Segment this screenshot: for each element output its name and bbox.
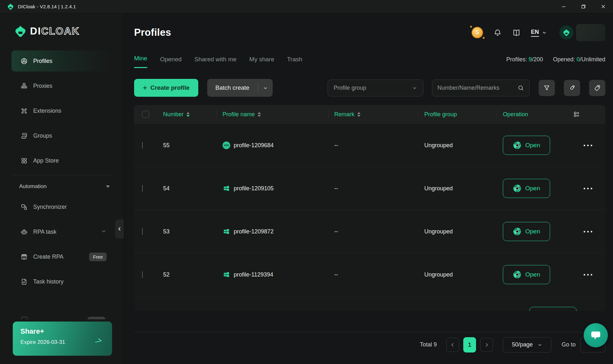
sidebar-section-automation[interactable]: Automation (19, 181, 110, 192)
open-profile-button[interactable]: Open (503, 265, 550, 284)
sort-icon[interactable] (186, 112, 190, 117)
column-header-operation: Operation (503, 105, 569, 124)
column-header-number[interactable]: Number (163, 105, 223, 124)
open-profile-button[interactable] (529, 307, 577, 311)
sidebar-item-profiles[interactable]: Profiles (11, 50, 112, 72)
row-checkbox[interactable] (142, 185, 143, 192)
arrow-icon (94, 337, 102, 345)
sidebar-item-proxies[interactable]: Proxies (11, 75, 112, 96)
batch-create-dropdown[interactable] (258, 85, 273, 91)
open-profile-button[interactable]: Open (503, 136, 550, 155)
brush-icon (568, 84, 576, 92)
brand-logo-text: DICLOAK (30, 26, 79, 37)
profile-tabs: Mine Opened Shared with me My share Tras… (134, 55, 605, 68)
windows-icon (223, 185, 230, 192)
page-title: Profiles (134, 27, 171, 38)
sidebar-item-app-store[interactable]: App Store (11, 150, 112, 171)
select-all-checkbox[interactable] (142, 111, 149, 118)
app-store-icon (20, 157, 28, 164)
batch-create-button[interactable]: Batch create (207, 79, 273, 97)
store-icon (20, 253, 28, 261)
cell-profile-name: iOS profile-1209684 (223, 141, 334, 149)
opened-quota-label: Opened: (553, 56, 575, 63)
goto-label: Go to (562, 341, 576, 348)
row-more-button[interactable] (569, 274, 597, 276)
coin-rewards-icon[interactable]: $ ✦ ✦ (472, 27, 483, 38)
current-page[interactable]: 1 (463, 337, 476, 353)
sidebar-item-synchronizer[interactable]: Synchronizer (11, 196, 112, 217)
sidebar-item-task-history[interactable]: Task history (11, 271, 112, 292)
language-code: EN (531, 29, 539, 37)
row-checkbox[interactable] (142, 271, 143, 278)
row-checkbox[interactable] (142, 228, 143, 235)
row-more-button[interactable] (569, 231, 597, 232)
synchronizer-icon (20, 203, 28, 211)
sidebar-item-create-rpa[interactable]: Create RPA Free (11, 246, 112, 267)
tab-opened[interactable]: Opened (160, 56, 182, 68)
cell-profile-group: Ungrouped (424, 185, 503, 192)
cell-remark: -- (334, 142, 424, 149)
main-content: Profiles $ ✦ ✦ (124, 13, 613, 364)
app-logo-icon (7, 3, 14, 10)
sort-icon[interactable] (357, 112, 360, 117)
open-profile-button[interactable]: Open (503, 222, 550, 241)
tab-mine[interactable]: Mine (134, 55, 147, 68)
proxy-network-icon (20, 82, 28, 90)
document-icon (20, 278, 28, 285)
titlebar: DICloak - V2.8.14 | 1.2.4.1 (0, 0, 613, 13)
maximize-button[interactable] (573, 0, 593, 13)
profile-group-select[interactable]: Profile group (328, 80, 423, 96)
page-size-select[interactable]: 50/page (503, 337, 551, 353)
cell-profile-group: Ungrouped (424, 271, 503, 278)
share-plus-card[interactable]: Share+ Expire 2026-03-31 (13, 322, 112, 356)
support-chat-button[interactable] (584, 323, 608, 347)
prev-page-button[interactable] (446, 338, 459, 352)
search-box (432, 80, 530, 96)
docs-book-icon[interactable] (512, 28, 521, 37)
sidebar-divider (11, 175, 112, 175)
row-more-button[interactable] (569, 145, 597, 146)
row-more-button[interactable] (569, 188, 597, 189)
cell-profile-group: Ungrouped (424, 228, 503, 235)
notifications-bell-icon[interactable] (493, 28, 502, 37)
chevron-down-icon (541, 30, 547, 35)
search-icon[interactable] (518, 85, 524, 91)
sidebar-item-groups[interactable]: Groups (11, 125, 112, 146)
tab-trash[interactable]: Trash (287, 56, 302, 68)
tab-shared-with-me[interactable]: Shared with me (194, 56, 237, 68)
close-button[interactable] (593, 0, 613, 13)
next-page-button[interactable] (480, 338, 493, 352)
open-profile-button[interactable]: Open (503, 179, 550, 198)
language-selector[interactable]: EN (531, 29, 547, 37)
minimize-button[interactable] (554, 0, 573, 13)
table-row: 53 iOS profile-1209872 -- Ungrouped (134, 210, 605, 253)
clipped-badge (87, 317, 105, 319)
avatar-logo-icon (563, 29, 570, 36)
share-expire: Expire 2026-03-31 (20, 339, 104, 345)
row-checkbox[interactable] (142, 142, 143, 149)
filter-button[interactable] (539, 80, 555, 96)
tag-icon (594, 84, 601, 92)
sidebar-item-extensions[interactable]: Extensions (11, 100, 112, 121)
clear-filters-button[interactable] (564, 80, 580, 96)
table-row: 55 iOS profile-1209684 -- Ungrouped (134, 124, 605, 167)
column-settings-button[interactable] (573, 105, 580, 124)
tags-button[interactable] (589, 80, 605, 96)
tab-my-share[interactable]: My share (249, 56, 274, 68)
sidebar-collapse-handle[interactable] (115, 219, 124, 239)
search-input[interactable] (437, 85, 518, 91)
brand-logo: DICLOAK (14, 25, 124, 38)
sidebar-nav-automation: Synchronizer RPA task (0, 196, 124, 292)
column-header-remark[interactable]: Remark (334, 105, 424, 124)
user-avatar[interactable] (559, 26, 573, 40)
robot-icon (20, 228, 28, 236)
browser-icon (513, 270, 522, 279)
sidebar-item-label: Extensions (33, 108, 61, 114)
sidebar-item-rpa-task[interactable]: RPA task (11, 221, 112, 242)
sidebar-item-label: Synchronizer (33, 204, 67, 210)
create-profile-button[interactable]: + Create profile (134, 79, 198, 97)
table-header-row: Number Profile name Remark Profile group… (134, 105, 605, 124)
total-count: Total 9 (420, 341, 437, 348)
sort-icon[interactable] (258, 112, 261, 117)
column-header-profile-name[interactable]: Profile name (223, 105, 334, 124)
